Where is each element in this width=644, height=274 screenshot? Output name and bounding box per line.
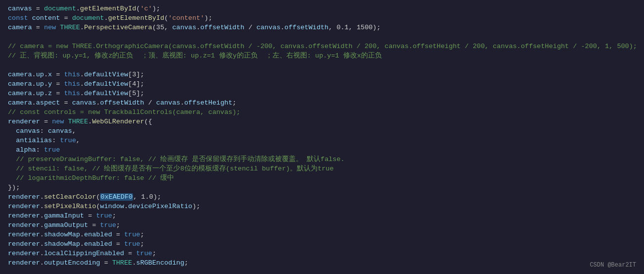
footer-attribution: CSDN @Bear2IT [590, 261, 636, 270]
code-line-4 [0, 32, 644, 42]
code-line-6: // 正、背视图: up.y=1, 修改z的正负 ；顶、底视图: up.z=1 … [0, 51, 644, 60]
code-line-10: camera.up.z = this.defaultView[5]; [0, 89, 644, 98]
code-line-13: renderer = new THREE.WebGLRenderer({ [0, 117, 644, 126]
code-line-9: camera.up.y = this.defaultView[4]; [0, 79, 644, 89]
code-line-22: renderer.setPixelRatio(window.devicePixe… [0, 202, 644, 211]
code-line-15: antialias: true, [0, 136, 644, 145]
code-line-27: renderer.localClippingEnabled = true; [0, 249, 644, 258]
code-line-16: alpha: true [0, 145, 644, 155]
code-line-2: const content = document.getElementById(… [0, 13, 644, 23]
code-line-25: renderer.shadowMap.enabled = true; [0, 230, 644, 239]
code-line-5: // camera = new THREE.OrthographicCamera… [0, 42, 644, 51]
code-line-12: // const controls = new TrackballControl… [0, 108, 644, 117]
code-line-23: renderer.gammaInput = true; [0, 211, 644, 220]
code-line-26: renderer.shadowMap.enabled = true; [0, 239, 644, 249]
code-editor: canvas = document.getElementById('c'); c… [0, 0, 644, 274]
code-line-3: camera = new THREE.PerspectiveCamera(35,… [0, 23, 644, 32]
code-line-21: renderer.setClearColor(0xEAEDF0, 1.0); [0, 192, 644, 202]
code-line-7 [0, 60, 644, 70]
code-line-19: // logarithmicDepthBuffer: false // 缓中 [0, 173, 644, 183]
code-line-28: renderer.outputEncoding = THREE.sRGBEnco… [0, 258, 644, 268]
code-line-24: renderer.gammaOutput = true; [0, 220, 644, 230]
code-line-17: // preserveDrawingBuffer: false, // 绘画缓存… [0, 155, 644, 164]
code-line-18: // stencil: false, // 绘图缓存是否有一个至少8位的模板缓存… [0, 164, 644, 173]
code-line-11: camera.aspect = canvas.offsetWidth / can… [0, 98, 644, 108]
code-line-1: canvas = document.getElementById('c'); [0, 4, 644, 13]
code-line-20: }); [0, 183, 644, 192]
code-line-8: camera.up.x = this.defaultView[3]; [0, 70, 644, 79]
code-line-14: canvas: canvas, [0, 126, 644, 136]
